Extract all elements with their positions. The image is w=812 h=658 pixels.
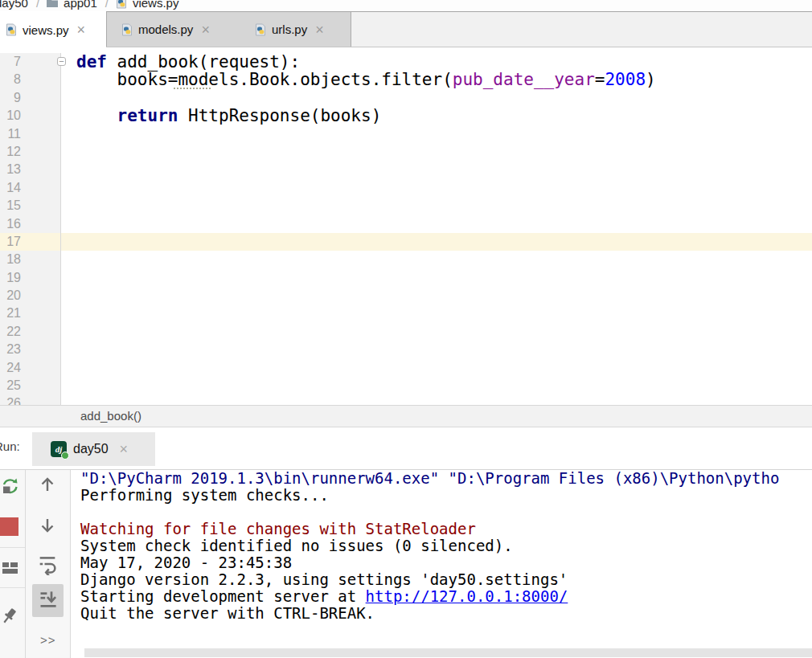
- editor-line-8[interactable]: 8 books=models.Book.objects.filter(pub_d…: [0, 71, 812, 88]
- breadcrumb-separator: /: [36, 0, 39, 10]
- editor-line-22[interactable]: 22: [0, 323, 812, 341]
- tab-views.py[interactable]: views.py×: [0, 11, 106, 48]
- editor-line-11[interactable]: 11: [0, 125, 812, 143]
- editor-line-7[interactable]: 7def add_book(request):−: [0, 53, 812, 71]
- gutter-line-number[interactable]: 15: [0, 197, 61, 215]
- horizontal-scrollbar[interactable]: [84, 648, 812, 657]
- console-line: "D:\PyCharm 2019.1.3\bin\runnerw64.exe" …: [80, 470, 779, 487]
- code-line: [61, 233, 76, 251]
- soft-wrap-icon[interactable]: [36, 553, 59, 575]
- editor-line-26[interactable]: 26: [0, 394, 812, 405]
- gutter-line-number[interactable]: 12: [0, 143, 61, 161]
- gutter-line-number[interactable]: 16: [0, 215, 61, 233]
- code-line: [61, 269, 76, 287]
- gutter-line-number[interactable]: 14: [0, 179, 61, 197]
- console-line: [80, 504, 779, 521]
- gutter-line-number[interactable]: 19: [0, 269, 61, 287]
- pin-icon[interactable]: [0, 607, 19, 626]
- tab-label: models.py: [138, 22, 193, 36]
- editor-line-10[interactable]: 10 return HttpResponse(books): [0, 107, 812, 125]
- gutter-line-number[interactable]: 26: [0, 394, 61, 405]
- code-line: return HttpResponse(books): [61, 107, 381, 125]
- restore-layout-icon[interactable]: [1, 558, 20, 578]
- code-line: [61, 341, 76, 358]
- tab-label: views.py: [23, 23, 69, 37]
- code-line: [61, 251, 76, 268]
- close-icon[interactable]: ×: [77, 26, 86, 34]
- editor-line-15[interactable]: 15: [0, 197, 812, 215]
- tab-urls.py[interactable]: urls.py×: [240, 12, 351, 47]
- gutter-line-number[interactable]: 11: [0, 125, 61, 143]
- editor-line-16[interactable]: 16: [0, 215, 812, 233]
- gutter-line-number[interactable]: 10: [0, 107, 61, 125]
- run-tool-window-header: Run: dj day50 ×: [0, 427, 812, 470]
- gutter-line-number[interactable]: 13: [0, 161, 61, 178]
- editor-line-21[interactable]: 21: [0, 304, 812, 322]
- close-icon[interactable]: ×: [315, 26, 324, 34]
- line-number: 9: [0, 89, 21, 107]
- editor-line-24[interactable]: 24: [0, 359, 812, 377]
- console-line: Watching for file changes with StatReloa…: [80, 521, 779, 537]
- line-number: 16: [0, 215, 21, 233]
- gutter-line-number[interactable]: 22: [0, 323, 61, 341]
- next-occurrence-icon[interactable]: [38, 516, 57, 535]
- python-file-icon: [5, 23, 18, 36]
- fold-marker-icon[interactable]: −: [57, 57, 66, 66]
- code-line: [61, 287, 76, 304]
- editor-line-25[interactable]: 25: [0, 377, 812, 394]
- code-line: def add_book(request):: [61, 53, 300, 71]
- breadcrumb-item-day50[interactable]: day50: [0, 0, 28, 10]
- gutter-line-number[interactable]: 8: [0, 71, 61, 88]
- console-line: May 17, 2020 - 23:45:38: [80, 554, 779, 571]
- code-editor[interactable]: 7def add_book(request):−8 books=models.B…: [0, 47, 812, 405]
- editor-line-19[interactable]: 19: [0, 269, 812, 287]
- tab-label: urls.py: [272, 22, 307, 36]
- tab-models.py[interactable]: models.py×: [106, 12, 241, 47]
- gutter-line-number[interactable]: 23: [0, 341, 61, 358]
- editor-line-20[interactable]: 20: [0, 287, 812, 304]
- editor-line-18[interactable]: 18: [0, 251, 812, 268]
- run-tab-title: day50: [73, 442, 109, 456]
- gutter-line-number[interactable]: 7: [0, 53, 61, 71]
- gutter-line-number[interactable]: 24: [0, 359, 61, 377]
- console-line: Quit the server with CTRL-BREAK.: [80, 605, 779, 622]
- editor-line-23[interactable]: 23: [0, 341, 812, 358]
- context-breadcrumb-method[interactable]: add_book(): [80, 409, 141, 423]
- console-line: Django version 2.2.3, using settings 'da…: [80, 571, 779, 588]
- breadcrumb-items: day50/ app01/ views.py: [0, 0, 182, 11]
- line-number: 25: [0, 377, 21, 394]
- server-url-link[interactable]: http://127.0.0.1:8000/: [366, 587, 568, 605]
- scroll-to-end-icon[interactable]: [37, 589, 59, 611]
- gutter-line-number[interactable]: 17: [0, 233, 61, 251]
- editor-line-13[interactable]: 13: [0, 161, 812, 178]
- gutter-line-number[interactable]: 9: [0, 89, 61, 107]
- breadcrumb-item-views.py[interactable]: views.py: [133, 0, 179, 10]
- console-line: Starting development server at http://12…: [80, 588, 779, 605]
- python-file-icon: [254, 23, 267, 36]
- toolbar-separator: [0, 547, 25, 548]
- editor-line-9[interactable]: 9: [0, 89, 812, 107]
- gutter-line-number[interactable]: 18: [0, 251, 61, 268]
- context-bar: add_book(): [0, 405, 812, 427]
- editor-line-14[interactable]: 14: [0, 179, 812, 197]
- breadcrumb-separator: /: [105, 0, 109, 10]
- more-actions-chevron-icon[interactable]: >>: [40, 633, 56, 647]
- run-console: >> "D:\PyCharm 2019.1.3\bin\runnerw64.ex…: [0, 470, 812, 658]
- previous-occurrence-icon[interactable]: [38, 475, 57, 494]
- line-number: 18: [0, 251, 21, 268]
- code-line: [61, 394, 76, 405]
- editor-line-12[interactable]: 12: [0, 143, 812, 161]
- gutter-line-number[interactable]: 21: [0, 304, 61, 322]
- close-icon[interactable]: ×: [201, 26, 210, 34]
- gutter-line-number[interactable]: 25: [0, 377, 61, 394]
- stop-icon[interactable]: [0, 517, 18, 536]
- run-tab-day50[interactable]: dj day50 ×: [32, 432, 155, 466]
- close-icon[interactable]: ×: [120, 445, 129, 453]
- pycharm-window: day50/ app01/ views.py views.py× models.…: [0, 0, 812, 658]
- breadcrumb-item-app01[interactable]: app01: [64, 0, 97, 10]
- rerun-icon[interactable]: [1, 476, 20, 496]
- editor-line-17[interactable]: 17: [0, 233, 812, 251]
- code-line: [61, 304, 76, 322]
- console-gutter-divider: [70, 470, 71, 658]
- gutter-line-number[interactable]: 20: [0, 287, 61, 304]
